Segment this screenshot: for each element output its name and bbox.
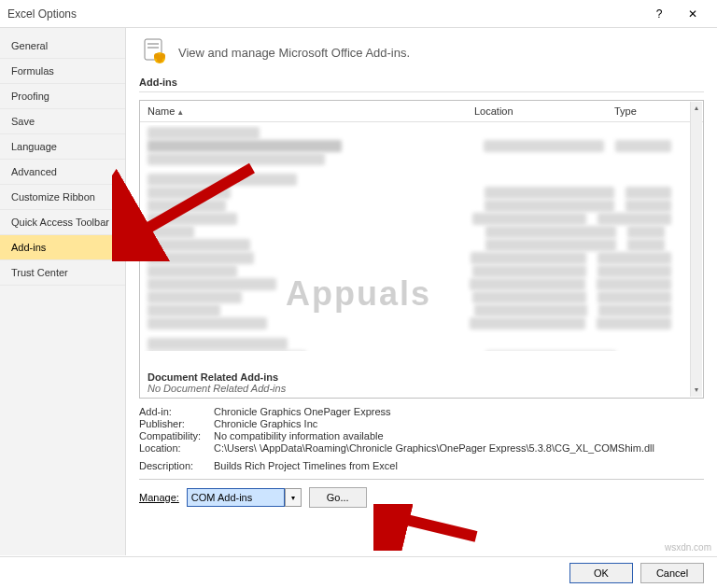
sidebar-item-formulas[interactable]: Formulas bbox=[0, 59, 125, 84]
list-item[interactable] bbox=[148, 304, 682, 316]
list-item[interactable] bbox=[148, 213, 682, 225]
scroll-up-icon[interactable]: ▴ bbox=[691, 102, 702, 115]
content-header: View and manage Microsoft Office Add-ins… bbox=[139, 37, 704, 67]
list-item[interactable] bbox=[148, 174, 682, 186]
manage-select-input[interactable] bbox=[187, 488, 285, 507]
detail-addin-label: Add-in: bbox=[139, 406, 214, 417]
go-button[interactable]: Go... bbox=[309, 487, 367, 508]
manage-label: Manage: bbox=[139, 492, 179, 503]
window-controls: ? ✕ bbox=[642, 1, 710, 27]
sidebar-item-customize-ribbon[interactable]: Customize Ribbon bbox=[0, 185, 125, 210]
main-area: General Formulas Proofing Save Language … bbox=[0, 28, 717, 555]
close-button[interactable]: ✕ bbox=[676, 1, 710, 27]
sidebar-item-save[interactable]: Save bbox=[0, 109, 125, 134]
svg-rect-1 bbox=[148, 43, 159, 45]
sidebar: General Formulas Proofing Save Language … bbox=[0, 28, 126, 555]
detail-location-value: C:\Users\ \AppData\Roaming\Chronicle Gra… bbox=[214, 442, 704, 454]
sidebar-item-add-ins[interactable]: Add-ins bbox=[0, 235, 125, 260]
svg-point-6 bbox=[157, 57, 162, 63]
divider bbox=[139, 479, 704, 480]
list-item[interactable] bbox=[148, 153, 682, 165]
addins-list: Name▲ Location Type bbox=[139, 100, 704, 399]
col-location[interactable]: Location bbox=[474, 105, 614, 117]
sidebar-item-general[interactable]: General bbox=[0, 34, 125, 59]
sidebar-item-quick-access-toolbar[interactable]: Quick Access Toolbar bbox=[0, 210, 125, 235]
detail-location-label: Location: bbox=[139, 442, 214, 454]
content-panel: View and manage Microsoft Office Add-ins… bbox=[126, 28, 717, 555]
sidebar-item-proofing[interactable]: Proofing bbox=[0, 84, 125, 109]
list-item[interactable] bbox=[148, 265, 682, 277]
content-header-text: View and manage Microsoft Office Add-ins… bbox=[178, 46, 410, 60]
addin-details: Add-in:Chronicle Graphics OnePager Expre… bbox=[139, 406, 704, 471]
col-type[interactable]: Type bbox=[614, 105, 696, 117]
detail-compat-label: Compatibility: bbox=[139, 430, 214, 441]
list-item[interactable] bbox=[148, 140, 682, 152]
window-title: Excel Options bbox=[7, 7, 77, 21]
sidebar-item-trust-center[interactable]: Trust Center bbox=[0, 260, 125, 286]
list-item[interactable] bbox=[148, 226, 682, 238]
dialog-footer: OK Cancel bbox=[0, 556, 717, 588]
addins-icon bbox=[139, 37, 169, 67]
list-item[interactable] bbox=[148, 187, 682, 199]
list-body[interactable] bbox=[140, 125, 690, 351]
detail-publisher-value: Chronicle Graphics Inc bbox=[214, 418, 704, 429]
list-item[interactable] bbox=[148, 278, 682, 290]
detail-addin-value: Chronicle Graphics OnePager Express bbox=[214, 406, 704, 417]
list-item[interactable] bbox=[148, 338, 682, 350]
manage-select[interactable]: ▾ bbox=[187, 488, 302, 507]
list-item[interactable] bbox=[148, 200, 682, 212]
scroll-down-icon[interactable]: ▾ bbox=[691, 384, 702, 397]
ok-button[interactable]: OK bbox=[569, 563, 633, 583]
list-item[interactable] bbox=[148, 252, 682, 264]
detail-publisher-label: Publisher: bbox=[139, 418, 214, 429]
svg-rect-2 bbox=[148, 47, 159, 49]
divider bbox=[139, 91, 704, 92]
titlebar: Excel Options ? ✕ bbox=[0, 0, 717, 28]
col-name[interactable]: Name▲ bbox=[148, 105, 474, 117]
detail-desc-value: Builds Rich Project Timelines from Excel bbox=[214, 460, 704, 471]
list-header: Name▲ Location Type bbox=[140, 101, 703, 122]
list-item[interactable] bbox=[148, 291, 682, 303]
scrollbar[interactable]: ▴ ▾ bbox=[690, 102, 702, 397]
chevron-down-icon[interactable]: ▾ bbox=[285, 488, 302, 507]
list-item[interactable] bbox=[148, 239, 682, 251]
list-item[interactable] bbox=[148, 127, 682, 139]
doc-related-empty: No Document Related Add-ins bbox=[148, 383, 686, 394]
cancel-button[interactable]: Cancel bbox=[640, 563, 704, 583]
sidebar-item-language[interactable]: Language bbox=[0, 134, 125, 160]
sidebar-item-advanced[interactable]: Advanced bbox=[0, 160, 125, 185]
doc-related-section: Document Related Add-ins No Document Rel… bbox=[148, 371, 686, 394]
detail-compat-value: No compatibility information available bbox=[214, 430, 704, 441]
list-item[interactable] bbox=[148, 317, 682, 329]
sort-asc-icon: ▲ bbox=[176, 108, 184, 117]
help-button[interactable]: ? bbox=[642, 1, 676, 27]
manage-row: Manage: ▾ Go... bbox=[139, 487, 704, 508]
doc-related-title: Document Related Add-ins bbox=[148, 371, 686, 383]
detail-desc-label: Description: bbox=[139, 460, 214, 471]
section-title: Add-ins bbox=[139, 77, 704, 88]
